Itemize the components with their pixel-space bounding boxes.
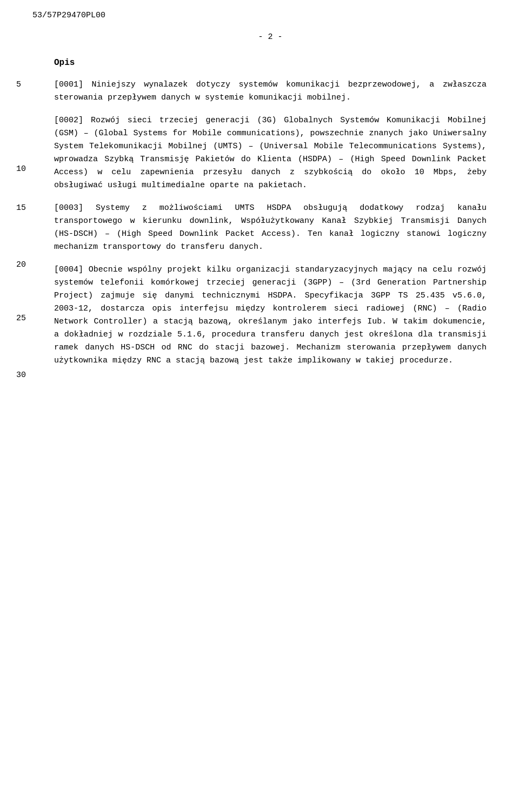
line-number-10: 10	[16, 163, 26, 176]
line-number-5: 5	[16, 78, 21, 91]
paragraph-0002-text: [0002] Rozwój sieci trzeciej generacji (…	[54, 116, 487, 190]
page-number: - 2 -	[54, 22, 487, 42]
content-area: 5 [0001] Niniejszy wynalazek dotyczy sys…	[54, 78, 487, 367]
paragraph-0003: 15 20 [0003] Systemy z możliwościami UMT…	[54, 202, 487, 254]
section-title: Opis	[54, 58, 487, 68]
paragraph-0004-text: [0004] Obecnie wspólny projekt kilku org…	[54, 265, 487, 365]
line-number-20: 20	[16, 259, 26, 272]
paragraph-0003-text: [0003] Systemy z możliwościami UMTS HSDP…	[54, 203, 487, 252]
paragraph-0001-text: [0001] Niniejszy wynalazek dotyczy syste…	[54, 80, 487, 102]
paragraph-0001: 5 [0001] Niniejszy wynalazek dotyczy sys…	[54, 78, 487, 104]
line-number-25: 25	[16, 312, 26, 325]
paragraph-0004: 25 30 [0004] Obecnie wspólny projekt kil…	[54, 263, 487, 367]
paragraph-0002: 10 [0002] Rozwój sieci trzeciej generacj…	[54, 114, 487, 192]
line-number-15: 15	[16, 202, 26, 215]
line-number-30: 30	[16, 369, 26, 382]
doc-id: 53/57P29470PL00	[32, 11, 105, 20]
